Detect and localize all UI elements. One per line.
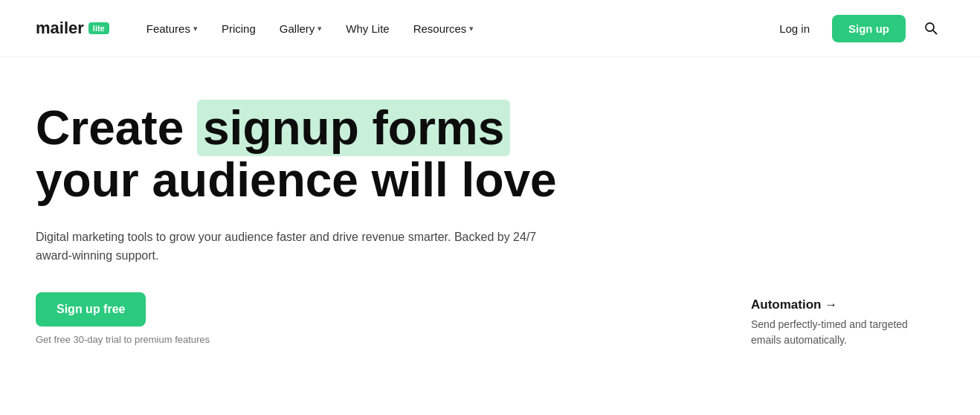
navbar-right: Log in Sign up: [769, 15, 944, 42]
headline-after: your audience will love: [36, 153, 557, 207]
chevron-down-icon-gallery: ▾: [317, 24, 322, 33]
hero-side-feature: Automation → Send perfectly-timed and ta…: [751, 297, 944, 354]
nav-item-resources[interactable]: Resources ▾: [403, 16, 485, 41]
navbar-left: mailerlite Features ▾ Pricing Gallery ▾ …: [36, 16, 484, 41]
nav-label-gallery: Gallery: [280, 22, 315, 35]
nav-item-whylite[interactable]: Why Lite: [335, 16, 399, 41]
navbar: mailerlite Features ▾ Pricing Gallery ▾ …: [0, 0, 980, 57]
hero-wrapper: Create signup forms your audience will l…: [36, 102, 944, 354]
chevron-down-icon: ▾: [193, 24, 198, 33]
hero-headline: Create signup forms your audience will l…: [36, 102, 616, 207]
signup-button[interactable]: Sign up: [832, 15, 906, 42]
nav-item-pricing[interactable]: Pricing: [211, 16, 266, 41]
feature-title: Automation →: [751, 297, 944, 312]
feature-description: Send perfectly-timed and targeted emails…: [751, 317, 929, 348]
hero-main: Create signup forms your audience will l…: [36, 102, 751, 354]
nav-label-pricing: Pricing: [222, 22, 256, 35]
search-icon: [923, 21, 938, 36]
nav-label-whylite: Why Lite: [346, 22, 389, 35]
logo-text: mailer: [36, 19, 84, 38]
nav-label-features: Features: [146, 22, 190, 35]
nav-item-gallery[interactable]: Gallery ▾: [269, 16, 333, 41]
search-button[interactable]: [918, 15, 944, 42]
trial-text: Get free 30-day trial to premium feature…: [36, 334, 751, 345]
svg-line-1: [933, 30, 937, 34]
headline-highlight: signup forms: [197, 100, 510, 156]
nav-links: Features ▾ Pricing Gallery ▾ Why Lite Re…: [136, 16, 485, 41]
signup-free-button[interactable]: Sign up free: [36, 292, 146, 326]
hero-section: Create signup forms your audience will l…: [0, 57, 980, 384]
logo[interactable]: mailerlite: [36, 19, 109, 38]
nav-item-features[interactable]: Features ▾: [136, 16, 208, 41]
logo-badge: lite: [88, 22, 109, 34]
hero-cta: Sign up free Get free 30-day trial to pr…: [36, 292, 751, 345]
headline-before: Create: [36, 101, 184, 155]
chevron-down-icon-resources: ▾: [469, 24, 474, 33]
nav-label-resources: Resources: [413, 22, 467, 35]
hero-subtext: Digital marketing tools to grow your aud…: [36, 228, 556, 266]
feature-title-text: Automation →: [751, 297, 837, 312]
login-button[interactable]: Log in: [769, 16, 820, 41]
